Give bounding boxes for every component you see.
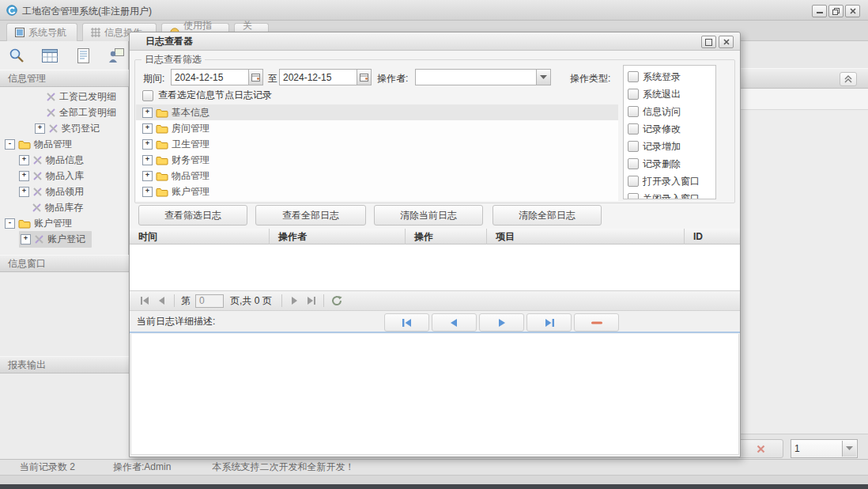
collapse-panel-button[interactable] xyxy=(840,72,857,86)
record-delete-button[interactable] xyxy=(574,313,619,332)
chevron-down-icon[interactable] xyxy=(842,441,856,457)
search-tool-button[interactable] xyxy=(3,44,30,67)
column-header-operation[interactable]: 操作 xyxy=(406,229,487,244)
dialog-maximize-button[interactable] xyxy=(701,36,716,48)
tool-icon xyxy=(46,92,56,102)
tree-item-account-mgmt[interactable]: - 账户管理 xyxy=(0,215,129,231)
clear-all-log-button[interactable]: 清除全部日志 xyxy=(492,205,602,226)
checkbox-icon[interactable] xyxy=(628,158,639,169)
type-option-logout[interactable]: 系统退出 xyxy=(628,85,715,103)
type-option-login[interactable]: 系统登录 xyxy=(628,68,715,85)
type-option-close-window[interactable]: 关闭录入窗口 xyxy=(628,190,715,199)
column-header-id[interactable]: ID xyxy=(685,229,740,244)
dialog-title-bar[interactable]: 日志查看器 xyxy=(130,32,740,51)
expand-icon[interactable]: + xyxy=(142,155,153,165)
sidebar-section-report[interactable]: 报表输出 xyxy=(0,356,129,373)
expand-icon[interactable]: + xyxy=(19,187,29,197)
dlg-tree-item-goods[interactable]: + 物品管理 xyxy=(136,168,618,184)
operator-tool-button[interactable] xyxy=(103,44,130,67)
type-option-add[interactable]: 记录增加 xyxy=(628,138,715,155)
log-grid-body[interactable] xyxy=(130,244,740,290)
collapse-icon[interactable]: - xyxy=(5,218,15,229)
minimize-button[interactable] xyxy=(812,5,827,17)
delete-record-button[interactable] xyxy=(738,439,783,458)
checkbox-icon[interactable] xyxy=(628,123,639,135)
last-page-button[interactable] xyxy=(303,292,320,309)
expand-icon[interactable]: + xyxy=(142,171,153,181)
tree-item-reward[interactable]: + 奖罚登记 xyxy=(0,120,129,136)
type-option-access[interactable]: 信息访问 xyxy=(628,103,715,120)
checkbox-icon[interactable] xyxy=(142,90,153,101)
calendar-icon[interactable] xyxy=(357,70,371,85)
checkbox-icon[interactable] xyxy=(628,106,639,117)
expand-icon[interactable]: + xyxy=(142,187,153,197)
sidebar-section-window[interactable]: 信息窗口 xyxy=(0,255,129,272)
expand-icon[interactable]: + xyxy=(142,108,153,118)
tree-item-goods-info[interactable]: + 物品信息 xyxy=(0,152,129,168)
expand-icon[interactable]: + xyxy=(21,234,31,244)
calendar-icon[interactable] xyxy=(248,70,262,85)
chevron-down-icon[interactable] xyxy=(536,70,550,85)
collapse-icon[interactable]: - xyxy=(5,139,15,150)
expand-icon[interactable]: + xyxy=(142,123,153,134)
first-page-button[interactable] xyxy=(136,292,153,309)
dlg-tree-item-hygiene[interactable]: + 卫生管理 xyxy=(136,136,618,152)
view-all-log-button[interactable]: 查看全部日志 xyxy=(255,205,366,226)
checkbox-icon[interactable] xyxy=(628,141,639,152)
operator-combo[interactable] xyxy=(415,69,551,85)
folder-icon xyxy=(156,123,168,134)
operation-type-list[interactable]: 系统登录 系统退出 信息访问 记录修改 记录增加 记录删除 打开录入窗口 关闭录… xyxy=(623,65,716,199)
dialog-close-button[interactable] xyxy=(719,36,734,48)
prev-page-button[interactable] xyxy=(153,292,171,309)
expand-icon[interactable]: + xyxy=(142,139,153,150)
filter-legend: 日志查看筛选 xyxy=(142,53,205,66)
type-option-delete[interactable]: 记录删除 xyxy=(628,155,715,172)
dlg-tree-item-basic[interactable]: + 基本信息 xyxy=(136,104,618,120)
column-header-time[interactable]: 时间 xyxy=(130,229,270,244)
dlg-tree-item-room[interactable]: + 房间管理 xyxy=(136,120,618,136)
record-next-button[interactable] xyxy=(479,313,524,332)
close-button[interactable] xyxy=(845,5,860,17)
tree-item-salary-paid[interactable]: 工资已发明细 xyxy=(0,89,129,104)
record-last-button[interactable] xyxy=(526,313,572,332)
type-option-modify[interactable]: 记录修改 xyxy=(628,120,715,138)
tree-item-goods-use[interactable]: + 物品领用 xyxy=(0,184,129,199)
type-option-open-window[interactable]: 打开录入窗口 xyxy=(628,172,715,190)
dlg-tree-item-account[interactable]: + 账户管理 xyxy=(136,184,618,199)
column-header-project[interactable]: 项目 xyxy=(487,229,685,244)
checkbox-icon[interactable] xyxy=(628,176,639,187)
datasheet-tool-button[interactable] xyxy=(36,44,63,67)
date-from-field[interactable] xyxy=(171,69,263,85)
tree-item-goods-in[interactable]: + 物品入库 xyxy=(0,168,129,184)
tree-item-label: 物品信息 xyxy=(46,154,84,167)
expand-icon[interactable]: + xyxy=(35,123,45,134)
tab-system-nav[interactable]: 系统导航 xyxy=(6,23,77,41)
next-page-button[interactable] xyxy=(285,292,303,309)
dlg-tree-item-finance[interactable]: + 财务管理 xyxy=(136,152,618,168)
operator-input[interactable] xyxy=(415,69,551,85)
restore-button[interactable] xyxy=(828,5,843,17)
column-header-operator[interactable]: 操作者 xyxy=(270,229,406,244)
tab-label: 系统导航 xyxy=(28,26,66,40)
checkbox-icon[interactable] xyxy=(628,89,639,100)
tree-item-account-reg[interactable]: + 账户登记 xyxy=(0,231,129,247)
page-number-input[interactable] xyxy=(195,294,224,308)
sidebar-section-info[interactable]: 信息管理 xyxy=(0,70,129,87)
expand-icon[interactable]: + xyxy=(19,155,29,165)
node-log-checkbox[interactable]: 查看选定信息节点日志记录 xyxy=(142,89,272,102)
page-number-select[interactable]: 1 xyxy=(791,439,858,458)
view-filtered-log-button[interactable]: 查看筛选日志 xyxy=(138,205,247,226)
checkbox-icon[interactable] xyxy=(628,71,639,82)
refresh-button[interactable] xyxy=(327,292,346,309)
record-first-button[interactable] xyxy=(384,313,429,332)
clear-current-log-button[interactable]: 清除当前日志 xyxy=(374,205,483,226)
expand-icon[interactable]: + xyxy=(19,171,29,181)
record-prev-button[interactable] xyxy=(432,313,477,332)
detail-text-area[interactable] xyxy=(130,334,739,455)
tree-item-goods-mgmt[interactable]: - 物品管理 xyxy=(0,136,129,152)
document-tool-button[interactable] xyxy=(70,44,96,67)
checkbox-icon[interactable] xyxy=(628,193,639,199)
date-to-field[interactable] xyxy=(279,69,372,85)
tree-item-goods-stock[interactable]: 物品库存 xyxy=(0,199,129,215)
tree-item-salary-all[interactable]: 全部工资明细 xyxy=(0,104,129,120)
